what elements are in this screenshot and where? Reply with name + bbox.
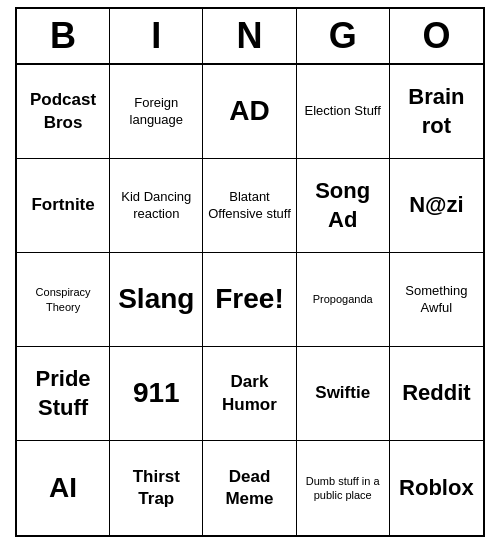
cell-label: Pride Stuff — [21, 365, 105, 422]
bingo-header: BINGO — [17, 9, 483, 65]
bingo-cell[interactable]: Fortnite — [17, 159, 110, 253]
bingo-cell[interactable]: Dead Meme — [203, 441, 296, 535]
cell-label: Roblox — [399, 474, 474, 503]
bingo-cell[interactable]: Roblox — [390, 441, 483, 535]
bingo-cell[interactable]: Something Awful — [390, 253, 483, 347]
bingo-cell[interactable]: Swiftie — [297, 347, 390, 441]
cell-label: Reddit — [402, 379, 470, 408]
cell-label: Election Stuff — [305, 103, 381, 120]
cell-label: Song Ad — [301, 177, 385, 234]
cell-label: Podcast Bros — [21, 89, 105, 133]
header-letter: N — [203, 9, 296, 63]
bingo-cell[interactable]: Podcast Bros — [17, 65, 110, 159]
bingo-cell[interactable]: Pride Stuff — [17, 347, 110, 441]
cell-label: Fortnite — [31, 194, 94, 216]
cell-label: Something Awful — [394, 283, 479, 317]
bingo-cell[interactable]: Song Ad — [297, 159, 390, 253]
cell-label: Dead Meme — [207, 466, 291, 510]
cell-label: Foreign language — [114, 95, 198, 129]
bingo-cell[interactable]: Blatant Offensive stuff — [203, 159, 296, 253]
bingo-cell[interactable]: Election Stuff — [297, 65, 390, 159]
cell-label: 911 — [133, 375, 180, 411]
cell-label: Free! — [215, 281, 283, 317]
bingo-cell[interactable]: Dark Humor — [203, 347, 296, 441]
cell-label: Conspiracy Theory — [21, 285, 105, 314]
cell-label: Kid Dancing reaction — [114, 189, 198, 223]
cell-label: N@zi — [409, 191, 463, 220]
bingo-cell[interactable]: AD — [203, 65, 296, 159]
header-letter: G — [297, 9, 390, 63]
bingo-cell[interactable]: Reddit — [390, 347, 483, 441]
cell-label: Brain rot — [394, 83, 479, 140]
bingo-card: BINGO Podcast BrosForeign languageADElec… — [15, 7, 485, 537]
bingo-cell[interactable]: Thirst Trap — [110, 441, 203, 535]
cell-label: Swiftie — [315, 382, 370, 404]
bingo-cell[interactable]: Brain rot — [390, 65, 483, 159]
cell-label: AI — [49, 470, 77, 506]
cell-label: Propoganda — [313, 292, 373, 306]
cell-label: Blatant Offensive stuff — [207, 189, 291, 223]
bingo-cell[interactable]: Kid Dancing reaction — [110, 159, 203, 253]
bingo-cell[interactable]: N@zi — [390, 159, 483, 253]
bingo-cell[interactable]: 911 — [110, 347, 203, 441]
cell-label: Dumb stuff in a public place — [301, 474, 385, 503]
bingo-cell[interactable]: Propoganda — [297, 253, 390, 347]
bingo-cell[interactable]: Free! — [203, 253, 296, 347]
cell-label: Thirst Trap — [114, 466, 198, 510]
cell-label: AD — [229, 93, 269, 129]
cell-label: Dark Humor — [207, 371, 291, 415]
header-letter: B — [17, 9, 110, 63]
bingo-grid: Podcast BrosForeign languageADElection S… — [17, 65, 483, 535]
bingo-cell[interactable]: Conspiracy Theory — [17, 253, 110, 347]
bingo-cell[interactable]: Dumb stuff in a public place — [297, 441, 390, 535]
header-letter: I — [110, 9, 203, 63]
bingo-cell[interactable]: Slang — [110, 253, 203, 347]
cell-label: Slang — [118, 281, 194, 317]
header-letter: O — [390, 9, 483, 63]
bingo-cell[interactable]: AI — [17, 441, 110, 535]
bingo-cell[interactable]: Foreign language — [110, 65, 203, 159]
